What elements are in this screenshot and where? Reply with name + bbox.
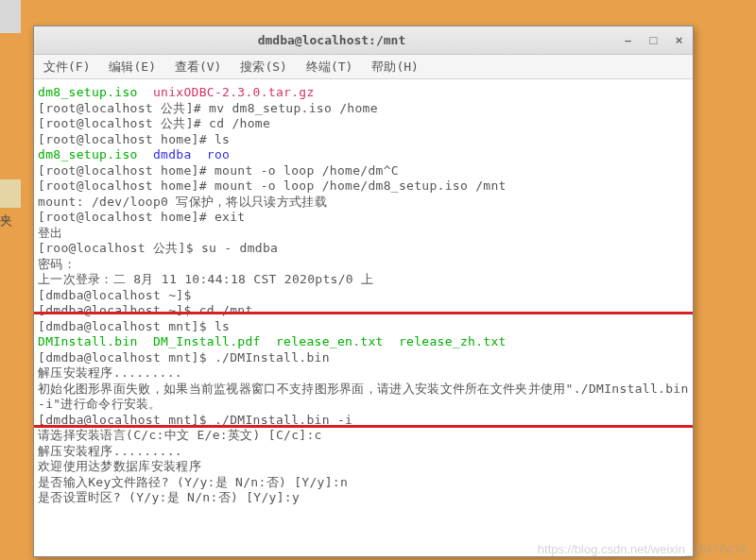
desktop-folder-label: 夹: [0, 212, 12, 229]
titlebar: dmdba@localhost:/mnt – □ ×: [34, 26, 693, 55]
terminal-line: 请选择安装语言(C/c:中文 E/e:英文) [C/c]:c: [38, 428, 689, 444]
terminal-line: [dmdba@localhost mnt]$ ./DMInstall.bin: [38, 350, 689, 366]
desktop-icon: [0, 0, 21, 33]
window-controls: – □ ×: [622, 34, 685, 46]
window-title: dmdba@localhost:/mnt: [42, 33, 622, 47]
close-button[interactable]: ×: [673, 34, 685, 46]
terminal-line: 是否输入Key文件路径? (Y/y:是 N/n:否) [Y/y]:n: [38, 475, 689, 491]
menubar: 文件(F) 编辑(E) 查看(V) 搜索(S) 终端(T) 帮助(H): [34, 55, 693, 79]
terminal-line: [roo@localhost 公共]$ su - dmdba: [38, 241, 689, 257]
terminal-line: dm8_setup.iso unixODBC-2.3.0.tar.gz: [38, 85, 689, 101]
menu-search[interactable]: 搜索(S): [236, 57, 290, 77]
watermark-text: https://blog.csdn.net/weixin_38476434: [538, 542, 747, 556]
terminal-content[interactable]: dm8_setup.iso unixODBC-2.3.0.tar.gz [roo…: [34, 79, 693, 556]
terminal-line: 解压安装程序.........: [38, 365, 689, 382]
terminal-line: [root@localhost home]# mount -o loop /ho…: [38, 163, 689, 179]
terminal-line: [root@localhost 公共]# mv dm8_setup.iso /h…: [38, 101, 689, 117]
terminal-line: dm8_setup.iso dmdba roo: [38, 147, 689, 163]
terminal-line: 上一次登录：二 8月 11 10:44:18 CST 2020pts/0 上: [38, 272, 689, 288]
terminal-line: 初始化图形界面失败，如果当前监视器窗口不支持图形界面，请进入安装文件所在文件夹并…: [38, 382, 689, 413]
terminal-line: [dmdba@localhost mnt]$ ls: [38, 319, 689, 335]
menu-terminal[interactable]: 终端(T): [302, 57, 356, 77]
terminal-line: 解压安装程序.........: [38, 444, 689, 460]
terminal-line: [dmdba@localhost ~]$: [38, 288, 689, 304]
terminal-line: [dmdba@localhost ~]$ cd /mnt: [38, 303, 689, 319]
terminal-line: [root@localhost home]# mount -o loop /ho…: [38, 178, 689, 195]
terminal-line: 登出: [38, 226, 689, 242]
maximize-button[interactable]: □: [647, 34, 660, 46]
terminal-window: dmdba@localhost:/mnt – □ × 文件(F) 编辑(E) 查…: [33, 25, 694, 557]
menu-file[interactable]: 文件(F): [40, 57, 94, 77]
menu-view[interactable]: 查看(V): [171, 57, 225, 77]
desktop-folder-icon: [0, 179, 21, 208]
terminal-line: [root@localhost home]# ls: [38, 132, 689, 148]
terminal-line: [root@localhost home]# exit: [38, 210, 689, 226]
terminal-line: 欢迎使用达梦数据库安装程序: [38, 459, 689, 475]
menu-edit[interactable]: 编辑(E): [105, 57, 159, 77]
terminal-line: 密码：: [38, 257, 689, 273]
terminal-line: DMInstall.bin DM_Install.pdf release_en.…: [38, 334, 689, 350]
minimize-button[interactable]: –: [622, 34, 634, 46]
terminal-line: 是否设置时区? (Y/y:是 N/n:否) [Y/y]:y: [38, 490, 689, 506]
terminal-line: [root@localhost 公共]# cd /home: [38, 116, 689, 132]
menu-help[interactable]: 帮助(H): [368, 57, 421, 77]
terminal-line: [dmdba@localhost mnt]$ ./DMInstall.bin -…: [38, 413, 689, 429]
terminal-line: mount: /dev/loop0 写保护，将以只读方式挂载: [38, 195, 689, 211]
